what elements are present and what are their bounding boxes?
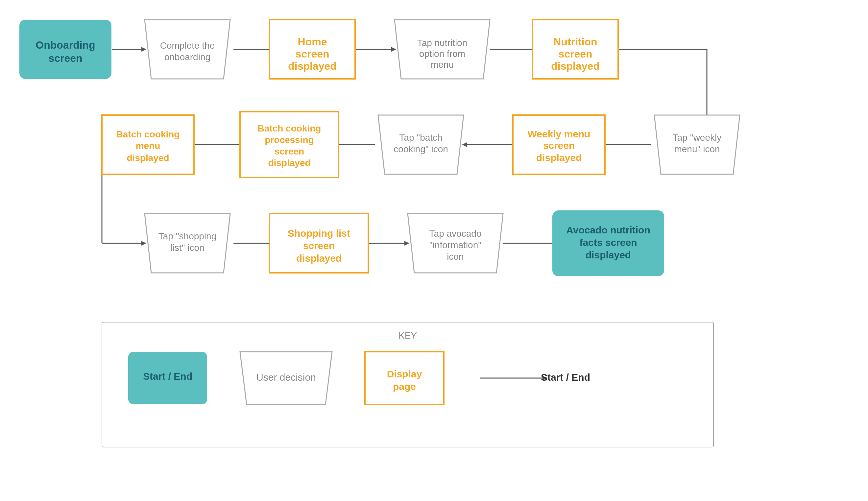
svg-text:Batch cooking: Batch cooking: [258, 123, 321, 134]
svg-rect-49: [513, 115, 605, 174]
svg-text:icon: icon: [447, 252, 464, 262]
svg-marker-10: [705, 145, 709, 150]
svg-text:User decision: User decision: [256, 372, 316, 383]
svg-text:Weekly menu: Weekly menu: [527, 129, 590, 139]
svg-text:displayed: displayed: [586, 249, 631, 260]
svg-text:Nutrition: Nutrition: [553, 36, 597, 48]
svg-rect-86: [365, 352, 444, 404]
svg-text:KEY: KEY: [398, 330, 417, 341]
svg-marker-7: [533, 47, 538, 52]
svg-text:option from: option from: [419, 49, 465, 59]
svg-marker-16: [334, 142, 339, 147]
svg-text:processing: processing: [265, 135, 314, 145]
svg-text:onboarding: onboarding: [164, 52, 211, 62]
diagram-container: Onboarding screen Complete the onboardin…: [0, 0, 868, 501]
svg-text:Home: Home: [298, 36, 327, 48]
svg-text:screen: screen: [295, 48, 329, 60]
svg-text:displayed: displayed: [296, 253, 342, 264]
svg-marker-27: [553, 241, 557, 246]
svg-marker-12: [600, 142, 605, 147]
svg-rect-82: [128, 352, 207, 404]
svg-text:Tap "weekly: Tap "weekly: [673, 132, 721, 143]
svg-rect-68: [270, 214, 368, 273]
svg-text:cooking" icon: cooking" icon: [394, 144, 448, 154]
svg-marker-5: [391, 47, 396, 52]
svg-marker-72: [408, 214, 503, 273]
svg-marker-90: [543, 376, 547, 380]
svg-marker-14: [462, 142, 467, 147]
svg-text:Start / End: Start / End: [541, 372, 590, 383]
svg-text:Complete the: Complete the: [160, 41, 215, 51]
svg-rect-34: [270, 20, 355, 79]
svg-text:page: page: [393, 381, 416, 392]
svg-text:list" icon: list" icon: [170, 243, 204, 253]
svg-rect-61: [102, 115, 194, 174]
svg-text:Tap "shopping: Tap "shopping: [159, 231, 217, 241]
svg-text:menu: menu: [431, 60, 454, 70]
svg-marker-25: [404, 241, 409, 246]
svg-marker-53: [378, 115, 464, 174]
svg-marker-1: [141, 47, 146, 52]
svg-text:"information": "information": [429, 240, 481, 250]
svg-text:Tap nutrition: Tap nutrition: [417, 38, 468, 48]
svg-text:Shopping list: Shopping list: [288, 228, 350, 239]
svg-text:screen: screen: [558, 48, 592, 60]
svg-marker-65: [144, 214, 230, 273]
svg-text:Start / End: Start / End: [143, 371, 192, 382]
svg-rect-80: [102, 322, 714, 447]
svg-text:displayed: displayed: [551, 60, 600, 72]
svg-text:Onboarding: Onboarding: [35, 39, 95, 51]
svg-marker-38: [395, 20, 490, 79]
svg-text:Tap "batch: Tap "batch: [399, 132, 442, 143]
svg-text:menu: menu: [136, 141, 160, 151]
svg-marker-3: [270, 47, 275, 52]
svg-text:displayed: displayed: [268, 158, 310, 168]
svg-text:screen: screen: [543, 140, 575, 151]
svg-marker-46: [654, 115, 740, 174]
svg-text:Tap avocado: Tap avocado: [429, 228, 482, 239]
svg-text:screen: screen: [48, 52, 82, 64]
svg-text:Display: Display: [387, 369, 422, 380]
svg-marker-84: [240, 352, 332, 404]
svg-text:screen: screen: [275, 146, 304, 157]
svg-text:facts screen: facts screen: [579, 237, 637, 248]
svg-rect-42: [533, 20, 618, 79]
svg-text:displayed: displayed: [127, 153, 169, 163]
svg-text:menu" icon: menu" icon: [674, 144, 720, 154]
svg-rect-56: [240, 112, 339, 178]
svg-rect-76: [553, 210, 664, 276]
svg-text:screen: screen: [303, 240, 335, 251]
svg-marker-31: [144, 20, 230, 79]
svg-text:displayed: displayed: [536, 152, 582, 163]
svg-marker-23: [270, 241, 275, 246]
svg-text:Batch cooking: Batch cooking: [116, 129, 180, 139]
svg-rect-28: [19, 20, 111, 79]
svg-marker-21: [141, 241, 146, 246]
svg-text:Avocado nutrition: Avocado nutrition: [566, 225, 650, 235]
svg-text:displayed: displayed: [288, 60, 337, 72]
svg-marker-18: [189, 142, 194, 147]
